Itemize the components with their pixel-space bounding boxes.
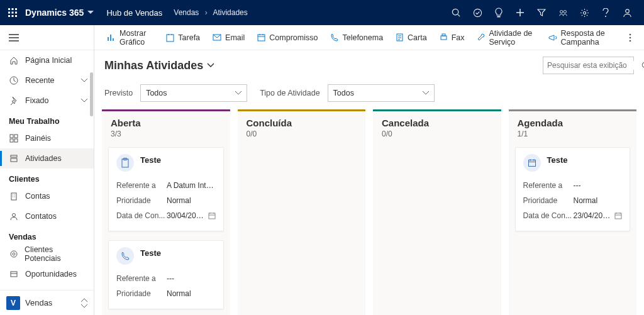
- column-title: Concluída: [247, 118, 357, 128]
- task-icon: [166, 33, 174, 42]
- sidebar-item-label: Oportunidades: [25, 270, 77, 279]
- help-icon[interactable]: [595, 0, 616, 25]
- svg-rect-1: [12, 8, 14, 10]
- wrench-icon: [477, 33, 486, 41]
- chart-icon: [107, 33, 116, 42]
- sidebar-item-label: Contatos: [25, 212, 57, 221]
- cmd-label: Fax: [452, 33, 465, 42]
- search-input[interactable]: [547, 61, 641, 70]
- column-title: Aberta: [111, 118, 221, 128]
- card-row-regarding: Referente aA Datum Integ...: [116, 178, 216, 193]
- user-icon[interactable]: [616, 0, 638, 25]
- sidebar-item-home[interactable]: Página Inicial: [0, 50, 94, 70]
- sidebar-item-opportunities[interactable]: Oportunidades: [0, 264, 94, 284]
- sidebar-item-label: Contas: [25, 192, 50, 201]
- kanban-card[interactable]: Teste Referente aA Datum Integ... Priori…: [108, 147, 224, 231]
- cmd-letter[interactable]: Carta: [391, 28, 432, 48]
- opportunity-icon: [9, 269, 19, 279]
- svg-rect-4: [12, 12, 14, 14]
- svg-rect-44: [209, 213, 215, 219]
- svg-rect-36: [442, 34, 445, 36]
- svg-rect-45: [528, 160, 535, 167]
- brand-label[interactable]: Dynamics 365: [25, 8, 84, 18]
- task-flow-icon[interactable]: [467, 0, 488, 25]
- sidebar-item-dashboards[interactable]: Painéis: [0, 128, 94, 148]
- fax-icon: [440, 33, 448, 41]
- sidebar-item-leads[interactable]: Clientes Potenciais: [0, 244, 94, 264]
- cmd-appointment[interactable]: Compromisso: [252, 28, 323, 48]
- svg-point-38: [630, 36, 631, 38]
- chevron-down-icon[interactable]: [87, 11, 94, 14]
- filter-icon[interactable]: [531, 0, 552, 25]
- svg-point-13: [564, 10, 566, 13]
- cmd-email[interactable]: Email: [208, 28, 250, 48]
- svg-rect-31: [167, 35, 174, 41]
- area-switcher[interactable]: V Vendas: [0, 290, 94, 315]
- kanban-card[interactable]: Teste Referente a--- PrioridadeNormalDat…: [515, 147, 631, 231]
- sidebar-item-label: Atividades: [25, 154, 62, 163]
- cmd-phone[interactable]: Telefonema: [325, 28, 388, 48]
- lightbulb-icon[interactable]: [488, 0, 509, 25]
- calendar-icon: [257, 33, 265, 41]
- svg-rect-3: [8, 12, 10, 14]
- gear-icon[interactable]: [574, 0, 595, 25]
- search-icon[interactable]: [641, 62, 644, 70]
- more-commands-icon[interactable]: [624, 33, 636, 42]
- app-launcher-icon[interactable]: [6, 6, 19, 19]
- kanban-card[interactable]: Teste Referente a--- PrioridadeNormal: [108, 240, 224, 309]
- global-nav: Dynamics 365 Hub de Vendas Vendas › Ativ…: [0, 0, 644, 25]
- page-title[interactable]: Minhas Atividades: [104, 59, 203, 72]
- svg-rect-6: [8, 15, 10, 17]
- megaphone-icon: [548, 34, 557, 41]
- people-icon: [9, 289, 19, 290]
- search-icon[interactable]: [445, 0, 467, 25]
- area-label: Vendas: [25, 298, 52, 307]
- calendar-icon[interactable]: [208, 212, 216, 219]
- svg-rect-0: [8, 8, 10, 10]
- kanban-column: Concluída 0/0: [238, 109, 366, 315]
- hamburger-icon[interactable]: [9, 34, 19, 41]
- cmd-task[interactable]: Tarefa: [161, 28, 205, 48]
- svg-point-16: [625, 9, 629, 13]
- svg-rect-5: [15, 12, 17, 14]
- svg-rect-18: [10, 135, 13, 138]
- sidebar-item-accounts[interactable]: Contas: [0, 186, 94, 206]
- hub-label[interactable]: Hub de Vendas: [106, 8, 162, 18]
- calendar-icon[interactable]: [614, 212, 622, 219]
- clock-icon: [9, 75, 19, 86]
- filter-due-select[interactable]: Todos: [140, 84, 247, 102]
- building-icon: [9, 191, 19, 201]
- plus-icon[interactable]: [509, 0, 531, 25]
- area-badge: V: [6, 296, 20, 310]
- sidebar-item-activities[interactable]: Atividades: [0, 148, 94, 169]
- search-box[interactable]: [543, 57, 634, 74]
- filter-type-select[interactable]: Todos: [328, 84, 435, 102]
- svg-rect-33: [258, 35, 265, 41]
- phone-icon: [116, 247, 134, 265]
- cmd-show-chart[interactable]: Mostrar Gráfico: [102, 28, 158, 48]
- cmd-service-activity[interactable]: Atividade de Serviço: [472, 28, 541, 48]
- column-header: Aberta 3/3: [102, 111, 230, 142]
- cmd-campaign-response[interactable]: Resposta de Campanha: [543, 28, 621, 48]
- column-body: Teste Referente aA Datum Integ... Priori…: [102, 142, 230, 314]
- breadcrumb: Vendas › Atividades: [174, 8, 247, 17]
- filter-due-label: Previsto: [104, 89, 133, 97]
- home-icon: [9, 55, 19, 65]
- sidebar-item-recent[interactable]: Recente: [0, 70, 94, 91]
- sidebar-item-contacts[interactable]: Contatos: [0, 206, 94, 226]
- chevron-down-icon[interactable]: [207, 63, 214, 68]
- sidebar-item-pinned[interactable]: Fixado: [0, 91, 94, 111]
- scrollbar[interactable]: [90, 72, 93, 116]
- cmd-fax[interactable]: Fax: [435, 28, 470, 48]
- cmd-label: Compromisso: [269, 33, 318, 42]
- breadcrumb-item[interactable]: Atividades: [213, 8, 247, 17]
- assistant-icon[interactable]: [552, 0, 574, 25]
- svg-point-15: [605, 16, 606, 17]
- column-header: Agendada 1/1: [509, 111, 637, 142]
- svg-point-14: [583, 11, 586, 14]
- select-value: Todos: [333, 89, 354, 97]
- svg-point-12: [560, 10, 562, 13]
- breadcrumb-item[interactable]: Vendas: [174, 8, 199, 17]
- sidebar-item-competitors[interactable]: Concorrentes: [0, 284, 94, 290]
- card-title: Teste: [547, 155, 568, 165]
